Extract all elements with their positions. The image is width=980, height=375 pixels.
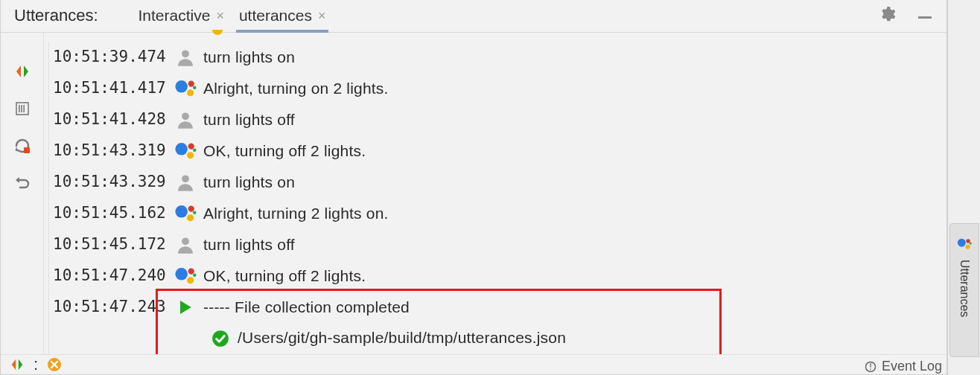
svg-point-18	[188, 205, 194, 211]
user-icon-cell	[168, 172, 203, 193]
user-icon-cell	[168, 234, 203, 255]
timestamp: 10:51:45.162	[51, 205, 168, 221]
console-row: 10:51:41.428 turn lights off	[51, 104, 946, 135]
play-icon	[176, 298, 194, 316]
assistant-icon-cell	[168, 139, 203, 163]
timestamp: 10:51:39.474	[51, 49, 168, 65]
svg-rect-5	[24, 147, 30, 153]
timestamp: 10:51:43.319	[51, 143, 168, 158]
svg-rect-0	[918, 16, 932, 19]
svg-point-26	[212, 330, 229, 347]
event-log-link[interactable]: Event Log	[864, 359, 942, 374]
gear-icon[interactable]	[878, 5, 896, 27]
timestamp: 10:51:41.428	[51, 112, 168, 127]
timestamp: 10:51:47.240	[51, 268, 168, 283]
svg-rect-29	[870, 363, 871, 368]
console-row: 10:51:43.329 turn lights on	[51, 167, 946, 198]
console-message: ----- File collection completed	[203, 299, 946, 315]
console-row: 10:51:47.240 OK, turning off 2 lights.	[51, 260, 946, 292]
compare-icon[interactable]	[13, 62, 31, 80]
svg-point-34	[970, 243, 972, 245]
assistant-icon-cell	[168, 77, 203, 100]
tool-window-tab-bar: Utterances: Interactive × utterances ×	[1, 0, 946, 33]
svg-point-17	[175, 205, 188, 218]
partial-marker-icon	[212, 30, 223, 35]
tab-label: utterances	[239, 7, 312, 25]
svg-rect-2	[19, 105, 20, 112]
svg-point-8	[188, 80, 194, 86]
right-rail: Utterances	[947, 0, 980, 375]
rail-label: Utterances	[958, 260, 971, 317]
console-output[interactable]: 10:51:39.474 turn lights on10:51:41.417 …	[44, 33, 946, 354]
user-icon-cell	[168, 47, 203, 68]
console-message: /Users/git/gh-sample/build/tmp/utterance…	[168, 329, 946, 348]
console-message: turn lights off	[203, 112, 946, 127]
svg-point-12	[175, 143, 188, 156]
console-message: turn lights off	[203, 237, 946, 252]
tabs-container: Interactive × utterances ×	[136, 0, 329, 32]
timestamp: 10:51:43.329	[51, 174, 168, 190]
svg-point-15	[193, 148, 197, 152]
console-row: 10:51:47.243 ----- File collection compl…	[51, 292, 946, 323]
svg-point-20	[193, 211, 197, 214]
svg-point-21	[182, 237, 189, 245]
assistant-icon	[174, 202, 197, 225]
svg-rect-30	[870, 368, 871, 370]
error-icon[interactable]	[45, 356, 63, 374]
user-icon	[175, 109, 196, 130]
compare-icon[interactable]	[8, 356, 26, 374]
assistant-icon-cell	[168, 202, 203, 225]
gutter-toolbar	[1, 33, 44, 354]
tab-interactive[interactable]: Interactive ×	[136, 0, 227, 32]
svg-point-6	[182, 50, 189, 57]
rerun-icon[interactable]	[13, 137, 31, 155]
timestamp: 10:51:47.243	[51, 299, 168, 315]
soft-wrap-icon[interactable]	[13, 100, 31, 118]
console-message: OK, turning off 2 lights.	[203, 268, 946, 283]
console-row: /Users/git/gh-sample/build/tmp/utterance…	[51, 323, 946, 354]
check-circle-icon	[211, 329, 230, 348]
svg-rect-4	[23, 105, 25, 112]
close-icon[interactable]: ×	[318, 8, 326, 24]
svg-point-31	[958, 239, 966, 247]
svg-point-33	[966, 245, 970, 249]
close-icon[interactable]: ×	[216, 8, 224, 24]
user-icon	[175, 47, 196, 68]
assistant-icon-cell	[168, 264, 203, 288]
svg-point-25	[193, 273, 197, 277]
svg-point-16	[182, 175, 189, 182]
timestamp: 10:51:45.172	[51, 237, 168, 252]
svg-point-13	[188, 143, 194, 149]
panel-title: Utterances:	[14, 6, 98, 25]
console-message: Alright, turning 2 lights on.	[203, 205, 946, 221]
minimize-icon[interactable]	[917, 9, 933, 25]
svg-point-10	[193, 86, 197, 89]
console-message: Alright, turning on 2 lights.	[203, 80, 946, 96]
svg-point-11	[182, 112, 189, 120]
console-row: 10:51:45.162 Alright, turning 2 lights o…	[51, 198, 946, 229]
svg-point-24	[187, 277, 194, 283]
console-message: turn lights on	[203, 49, 946, 65]
timestamp: 10:51:41.417	[51, 80, 168, 96]
console-text: /Users/git/gh-sample/build/tmp/utterance…	[238, 328, 566, 345]
svg-point-14	[187, 152, 194, 158]
user-icon	[175, 172, 196, 193]
user-icon	[175, 234, 196, 255]
utterances-rail-button[interactable]: Utterances	[949, 223, 979, 357]
tab-utterances[interactable]: utterances ×	[236, 0, 329, 32]
status-bar: : Event Log	[1, 354, 946, 374]
assistant-icon	[174, 139, 197, 163]
svg-point-7	[175, 80, 188, 93]
play-icon-cell	[168, 298, 203, 316]
undo-icon[interactable]	[13, 174, 31, 192]
event-log-label: Event Log	[882, 359, 942, 374]
svg-point-19	[187, 214, 194, 221]
assistant-icon	[174, 77, 197, 100]
console-row: 10:51:43.319 OK, turning off 2 lights.	[51, 135, 946, 167]
status-separator: :	[34, 355, 38, 374]
assistant-icon	[956, 236, 973, 252]
console-row: 10:51:41.417 Alright, turning on 2 light…	[51, 73, 946, 104]
console-row: 10:51:39.474 turn lights on	[51, 42, 946, 73]
svg-point-9	[187, 89, 194, 96]
user-icon-cell	[168, 109, 203, 130]
